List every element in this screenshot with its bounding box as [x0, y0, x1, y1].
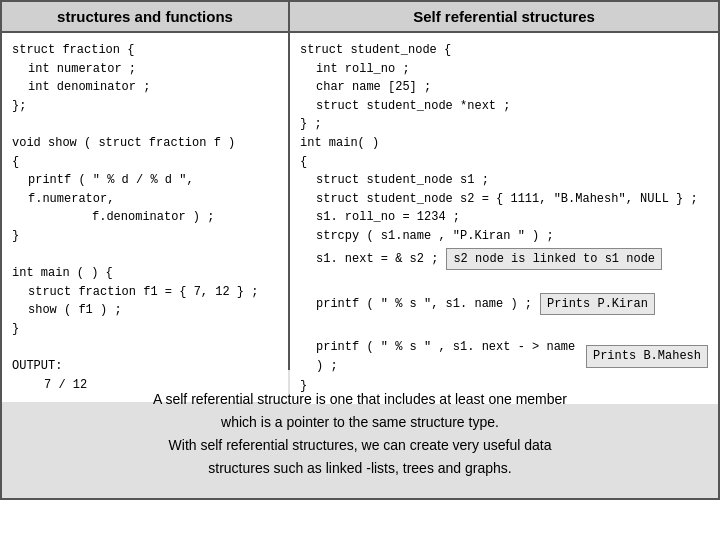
top-section: structures and functions struct fraction…: [0, 0, 720, 370]
code-line: struct fraction {: [12, 41, 278, 60]
code-line: }: [12, 227, 278, 246]
code-line: int main ( ) {: [12, 264, 278, 283]
code-line: [300, 272, 708, 291]
highlight-box-2: Prints P.Kiran: [540, 293, 655, 316]
code-line: struct student_node s2 = { 1111, "B.Mahe…: [316, 190, 708, 209]
code-line: };: [12, 97, 278, 116]
code-line: } ;: [300, 115, 708, 134]
code-line: struct student_node *next ;: [316, 97, 708, 116]
code-line: [12, 115, 278, 134]
code-line: int numerator ;: [28, 60, 278, 79]
code-line: int roll_no ;: [316, 60, 708, 79]
code-line: struct student_node {: [300, 41, 708, 60]
code-line: void show ( struct fraction f ): [12, 134, 278, 153]
code-line: char name [25] ;: [316, 78, 708, 97]
code-line: printf ( " % d / % d ", f.numerator,: [28, 171, 278, 208]
code-line: int denominator ;: [28, 78, 278, 97]
right-content: struct student_node { int roll_no ; char…: [290, 33, 718, 404]
code-line: s1. roll_no = 1234 ;: [316, 208, 708, 227]
bottom-line-3: With self referential structures, we can…: [32, 434, 688, 457]
code-line: OUTPUT:: [12, 357, 278, 376]
highlight-box-1: s2 node is linked to s1 node: [446, 248, 662, 271]
code-line: f.denominator ) ;: [92, 208, 278, 227]
bottom-line-2: which is a pointer to the same structure…: [32, 411, 688, 434]
code-line: show ( f1 ) ;: [28, 301, 278, 320]
bottom-line-4: structures such as linked -lists, trees …: [32, 457, 688, 480]
right-panel: Self referential structures struct stude…: [290, 0, 720, 370]
code-line: {: [300, 153, 708, 172]
code-line: s1. next = & s2 ;: [316, 250, 438, 269]
code-line: struct fraction f1 = { 7, 12 } ;: [28, 283, 278, 302]
code-line: printf ( " % s ", s1. name ) ;: [316, 295, 532, 314]
code-line: [300, 317, 708, 336]
code-line: printf ( " % s " , s1. next - > name ) ;: [316, 338, 578, 375]
highlight-row-3: printf ( " % s " , s1. next - > name ) ;…: [300, 338, 708, 375]
code-line: int main( ): [300, 134, 708, 153]
right-header: Self referential structures: [290, 2, 718, 33]
highlight-row-1: s1. next = & s2 ; s2 node is linked to s…: [300, 248, 708, 271]
code-line: [12, 246, 278, 265]
highlight-row-2: printf ( " % s ", s1. name ) ; Prints P.…: [300, 293, 708, 316]
code-line: strcpy ( s1.name , "P.Kiran " ) ;: [316, 227, 708, 246]
left-content: struct fraction { int numerator ; int de…: [2, 33, 288, 402]
code-line: {: [12, 153, 278, 172]
code-line: [12, 339, 278, 358]
highlight-box-3: Prints B.Mahesh: [586, 345, 708, 368]
left-header: structures and functions: [2, 2, 288, 33]
code-line: struct student_node s1 ;: [316, 171, 708, 190]
left-panel: structures and functions struct fraction…: [0, 0, 290, 370]
code-line: }: [12, 320, 278, 339]
